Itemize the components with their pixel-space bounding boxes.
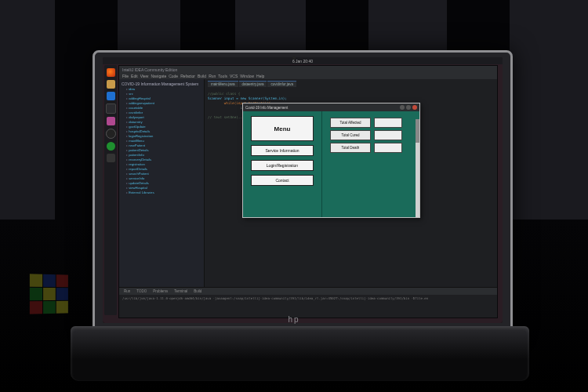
firefox-icon[interactable] <box>107 68 115 77</box>
bottom-tabs[interactable]: Run TODO Problems Terminal Build <box>119 288 497 295</box>
bottom-tab[interactable]: TODO <box>134 289 149 293</box>
maximize-icon[interactable] <box>406 105 411 110</box>
total-death-label: Total Death <box>330 143 371 153</box>
total-affected-label: Total Affected <box>330 118 371 128</box>
menu-button[interactable]: Menu <box>251 116 314 141</box>
app-titlebar[interactable]: Covid-19 Info Management <box>243 103 419 111</box>
stat-row: Total Death <box>330 143 402 153</box>
console-line: /usr/lib/jvm/java-1.11.0-openjdk-amd64/b… <box>122 296 494 300</box>
java-app-window[interactable]: Covid-19 Info Management Menu Service In… <box>242 103 420 218</box>
minimize-icon[interactable] <box>400 105 405 110</box>
login-registration-button[interactable]: Login/Registration <box>251 160 314 171</box>
app-left-panel: Menu Service Information Login/Registrat… <box>243 111 321 217</box>
run-console[interactable]: /usr/lib/jvm/java-1.11.0-openjdk-amd64/b… <box>119 295 497 302</box>
menu-item[interactable]: Code <box>169 74 178 78</box>
gnome-topbar[interactable]: 6 Jan 20:40 <box>103 57 503 64</box>
editor-tabs[interactable]: mainMenu.java dataentry.java covidinfor.… <box>208 81 494 87</box>
show-apps-icon[interactable] <box>107 154 115 162</box>
menu-item[interactable]: Build <box>198 74 206 78</box>
menu-item[interactable]: Navigate <box>151 74 166 78</box>
obs-icon[interactable] <box>106 129 116 139</box>
scrollbar[interactable] <box>416 119 419 217</box>
total-affected-value <box>374 118 402 128</box>
menu-item[interactable]: Refactor <box>180 74 195 78</box>
bottom-tab[interactable]: Build <box>191 289 204 293</box>
app-body: Menu Service Information Login/Registrat… <box>243 111 419 217</box>
stat-row: Total Cured <box>330 130 402 140</box>
menu-item[interactable]: Tools <box>218 74 227 78</box>
green-app-icon[interactable] <box>107 142 115 151</box>
bottom-tab[interactable]: Problems <box>151 289 170 293</box>
close-icon[interactable] <box>412 105 417 110</box>
service-info-button[interactable]: Service Information <box>251 145 314 156</box>
tree-item[interactable]: External Libraries <box>126 191 201 195</box>
total-cured-value <box>374 130 402 140</box>
project-header: COVID-19 Information Management System <box>122 81 201 87</box>
total-cured-label: Total Cured <box>330 130 371 140</box>
ide-bottom-panel[interactable]: Run TODO Problems Terminal Build /usr/li… <box>119 287 497 318</box>
files-icon[interactable] <box>107 80 115 89</box>
clock[interactable]: 6 Jan 20:40 <box>292 59 313 64</box>
menu-item[interactable]: Window <box>240 74 254 78</box>
menu-item[interactable]: File <box>122 74 129 78</box>
hp-logo: hp <box>288 315 299 324</box>
project-tree[interactable]: COVID-19 Information Management System i… <box>119 79 205 288</box>
ide-titlebar[interactable]: IntelliJ IDEA Community Edition <box>119 66 497 73</box>
total-death-value <box>374 143 402 153</box>
photo-scene: 6 Jan 20:40 IntelliJ IDEA Community Edit… <box>0 0 588 392</box>
scrollbar-thumb[interactable] <box>416 119 419 143</box>
desktop[interactable]: 6 Jan 20:40 IntelliJ IDEA Community Edit… <box>103 57 503 323</box>
editor-tab[interactable]: mainMenu.java <box>208 81 238 87</box>
app-right-panel: Total Affected Total Cured Total Death <box>321 111 419 217</box>
terminal-icon[interactable] <box>106 103 116 114</box>
bottom-tab[interactable]: Run <box>122 289 132 293</box>
menu-item[interactable]: Edit <box>131 74 138 78</box>
app-title: Covid-19 Info Management <box>245 106 288 110</box>
webcam <box>292 56 296 60</box>
stat-row: Total Affected <box>330 118 402 128</box>
editor-tab[interactable]: covidinfor.java <box>267 81 296 87</box>
app-icon[interactable] <box>107 117 115 125</box>
laptop-base <box>71 326 529 381</box>
menu-item[interactable]: Run <box>209 74 216 78</box>
vscode-icon[interactable] <box>107 92 115 100</box>
menu-item[interactable]: View <box>140 74 149 78</box>
menu-item[interactable]: VCS <box>230 74 238 78</box>
ide-title-text: IntelliJ IDEA Community Edition <box>122 67 177 72</box>
rubiks-cube <box>30 274 68 314</box>
gnome-dock[interactable] <box>104 65 117 315</box>
contact-button[interactable]: Contact <box>251 175 314 186</box>
laptop-screen: 6 Jan 20:40 IntelliJ IDEA Community Edit… <box>103 57 503 323</box>
menu-item[interactable]: Help <box>256 74 264 78</box>
editor-tab[interactable]: dataentry.java <box>239 81 267 87</box>
laptop-lid: 6 Jan 20:40 IntelliJ IDEA Community Edit… <box>93 50 513 333</box>
bottom-tab[interactable]: Terminal <box>172 289 190 293</box>
